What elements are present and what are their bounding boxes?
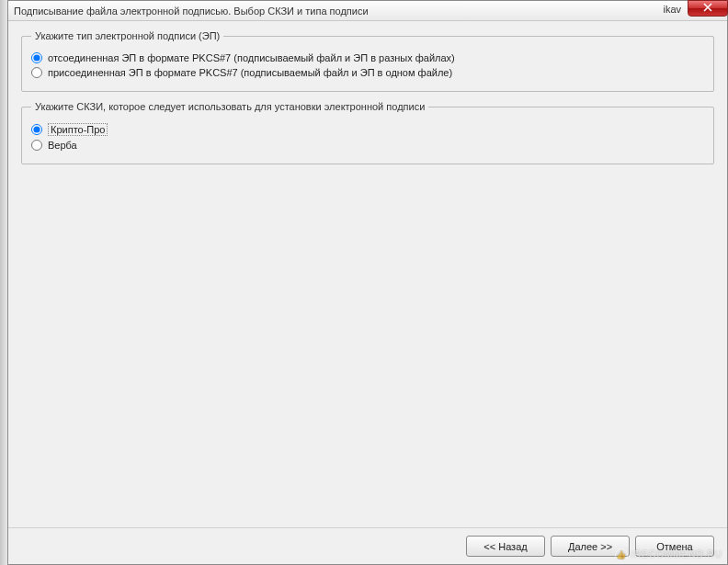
radio-detached-label: отсоединенная ЭП в формате PKCS#7 (подпи… bbox=[48, 52, 455, 63]
radio-attached[interactable] bbox=[31, 67, 42, 78]
window-title: Подписывание файла электронной подписью.… bbox=[14, 6, 722, 17]
radio-detached[interactable] bbox=[31, 52, 42, 63]
back-button[interactable]: << Назад bbox=[466, 536, 545, 557]
group-signature-type: Укажите тип электронной подписи (ЭП) отс… bbox=[21, 30, 714, 92]
radio-cryptopro[interactable] bbox=[31, 124, 42, 135]
radio-cryptopro-label: Крипто-Про bbox=[48, 123, 108, 136]
content-area: Укажите тип электронной подписи (ЭП) отс… bbox=[8, 21, 727, 527]
group-signature-legend: Укажите тип электронной подписи (ЭП) bbox=[31, 30, 223, 41]
dialog-window: Подписывание файла электронной подписью.… bbox=[7, 0, 728, 565]
close-button[interactable] bbox=[688, 0, 728, 17]
radio-verba[interactable] bbox=[31, 140, 42, 151]
radio-row-attached[interactable]: присоединенная ЭП в формате PKCS#7 (подп… bbox=[31, 67, 704, 78]
close-icon bbox=[703, 3, 712, 14]
group-skzi: Укажите СКЗИ, которое следует использова… bbox=[21, 101, 714, 164]
next-button[interactable]: Далее >> bbox=[551, 536, 630, 557]
radio-row-verba[interactable]: Верба bbox=[31, 140, 704, 151]
titlebar: Подписывание файла электронной подписью.… bbox=[8, 1, 727, 21]
cancel-button[interactable]: Отмена bbox=[635, 536, 714, 557]
radio-attached-label: присоединенная ЭП в формате PKCS#7 (подп… bbox=[48, 67, 452, 78]
button-bar: << Назад Далее >> Отмена bbox=[8, 527, 727, 564]
window-shadow bbox=[0, 0, 7, 565]
group-skzi-legend: Укажите СКЗИ, которое следует использова… bbox=[31, 101, 428, 112]
radio-row-cryptopro[interactable]: Крипто-Про bbox=[31, 123, 704, 136]
radio-verba-label: Верба bbox=[48, 140, 77, 151]
radio-row-detached[interactable]: отсоединенная ЭП в формате PKCS#7 (подпи… bbox=[31, 52, 704, 63]
titlebar-right-label: ikav bbox=[663, 4, 681, 15]
